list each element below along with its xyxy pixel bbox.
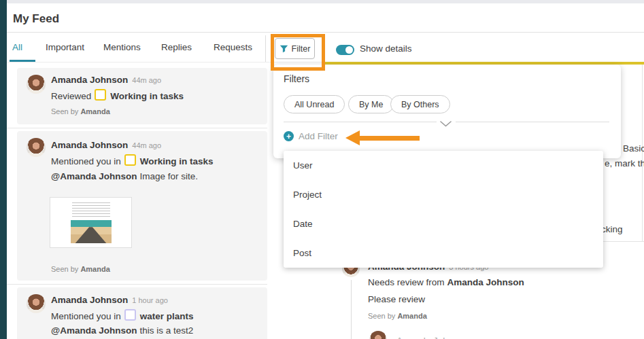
filters-panel: Filters All Unread By Me By Others + Add… — [273, 65, 621, 158]
feed-item-action: Mentioned you inWorking in tasks — [51, 154, 214, 166]
menu-item-project[interactable]: Project — [284, 180, 603, 209]
add-filter-label: Add Filter — [299, 131, 338, 141]
document-text-lines — [72, 202, 110, 219]
menu-item-date[interactable]: Date — [284, 209, 603, 238]
toolbar-separator — [324, 35, 325, 62]
tab-requests[interactable]: Requests — [214, 42, 252, 52]
feed-divider — [7, 128, 267, 128]
feed-divider — [7, 284, 267, 285]
thread-line — [351, 280, 352, 339]
top-window-strip — [7, 0, 644, 3]
clipped-next-item: Amanda Johnson — [396, 336, 468, 339]
action-text: Needs review from — [368, 277, 445, 287]
document-preview — [69, 200, 113, 245]
avatar — [27, 75, 46, 94]
show-details-label: Show details — [360, 43, 412, 54]
seen-by-line: Seen byAmanda — [51, 107, 110, 115]
panel-divider — [284, 122, 437, 122]
action-text: Mentioned you in — [51, 311, 121, 321]
feed-item-action: Needs review fromAmanda Johnson — [368, 277, 524, 287]
menu-item-user[interactable]: User — [284, 151, 603, 180]
seen-by-line: Seen byAmanda — [368, 312, 427, 320]
seen-by-prefix: Seen by — [368, 312, 395, 320]
task-link[interactable]: Working in tasks — [140, 156, 214, 166]
task-link[interactable]: water plants — [140, 311, 194, 321]
feed-item-action: Mentioned you inwater plants — [51, 309, 194, 321]
reviewer-name: Amanda Johnson — [447, 277, 524, 287]
filter-chip-all-unread[interactable]: All Unread — [284, 95, 345, 113]
page-title: My Feed — [13, 12, 59, 26]
feed-item[interactable]: Amanda Johnson44m ago ReviewedWorking in… — [17, 68, 267, 124]
timestamp: 44m ago — [132, 141, 161, 149]
feed-item-message: Please review — [368, 294, 425, 304]
feed-item-header: Amanda Johnson1 hour ago — [51, 295, 168, 305]
my-feed-screen: My Feed All Important Mentions Replies R… — [0, 0, 644, 339]
timestamp: 44m ago — [132, 76, 161, 84]
tab-mentions[interactable]: Mentions — [103, 42, 141, 52]
plus-circle-icon: + — [284, 131, 294, 141]
attachment-thumbnail[interactable] — [50, 197, 132, 248]
seen-by-name: Amanda — [80, 107, 109, 115]
menu-item-post[interactable]: Post — [284, 238, 603, 268]
feed-item-header: Amanda Johnson44m ago — [51, 140, 161, 150]
author-name: Amanda Johnson — [51, 140, 128, 150]
mention-name[interactable]: @Amanda Johnson — [51, 325, 137, 336]
clipped-text-fragment: cking — [601, 224, 623, 234]
action-text: Mentioned you in — [51, 156, 121, 166]
seen-by-line: Seen byAmanda — [51, 265, 110, 273]
toolbar-separator — [265, 35, 266, 62]
feed-item-header: Amanda Johnson44m ago — [51, 75, 161, 85]
show-details-toggle[interactable] — [336, 45, 354, 55]
avatar — [27, 294, 46, 313]
road-photo — [71, 220, 112, 243]
tabbar-border — [7, 62, 324, 63]
filters-panel-title: Filters — [284, 73, 309, 84]
add-filter-button[interactable]: + Add Filter — [284, 131, 338, 141]
feed-item-message: @Amanda JohnsonImage for site. — [51, 171, 198, 181]
filter-chip-by-others[interactable]: By Others — [390, 95, 450, 113]
action-text: Reviewed — [51, 91, 91, 101]
chevron-down-icon[interactable] — [440, 118, 452, 130]
filter-chip-by-me[interactable]: By Me — [348, 95, 394, 113]
panel-divider — [456, 122, 609, 122]
feed-item-action: ReviewedWorking in tasks — [51, 89, 184, 101]
seen-by-prefix: Seen by — [51, 265, 78, 273]
task-link[interactable]: Working in tasks — [110, 91, 184, 101]
avatar — [27, 138, 46, 157]
task-status-icon — [95, 89, 106, 101]
header-divider — [7, 32, 644, 33]
left-nav-rail — [0, 0, 7, 339]
clipped-text-fragment: e, mark this — [605, 158, 644, 168]
feed-item-message: @Amanda Johnsonthis is a test2 — [51, 325, 193, 336]
road-shape — [71, 227, 112, 243]
avatar — [369, 331, 387, 339]
timestamp: 1 hour ago — [132, 296, 168, 304]
task-status-icon — [124, 309, 136, 321]
clipped-text-fragment: BasicOps — [623, 143, 644, 154]
author-name: Amanda Johnson — [51, 295, 128, 305]
seen-by-name: Amanda — [80, 265, 109, 273]
add-filter-menu: User Project Date Post — [284, 151, 603, 268]
filter-button[interactable]: Filter — [275, 38, 315, 59]
tab-replies[interactable]: Replies — [161, 42, 192, 52]
author-name: Amanda Johnson — [51, 75, 128, 85]
message-text: Image for site. — [139, 171, 198, 181]
tab-important[interactable]: Important — [46, 42, 84, 52]
seen-by-name: Amanda — [397, 312, 426, 320]
feed-item[interactable]: Amanda Johnson44m ago Mentioned you inWo… — [17, 131, 267, 281]
feed-item[interactable]: Amanda Johnson1 hour ago Mentioned you i… — [17, 287, 267, 339]
filter-button-label: Filter — [292, 44, 311, 54]
seen-by-prefix: Seen by — [51, 107, 78, 115]
funnel-icon — [279, 44, 288, 53]
tab-all[interactable]: All — [12, 42, 22, 52]
task-status-icon — [124, 154, 136, 166]
toggle-knob — [345, 46, 353, 54]
mention-name[interactable]: @Amanda Johnson — [51, 171, 137, 181]
message-text: this is a test2 — [139, 325, 193, 336]
